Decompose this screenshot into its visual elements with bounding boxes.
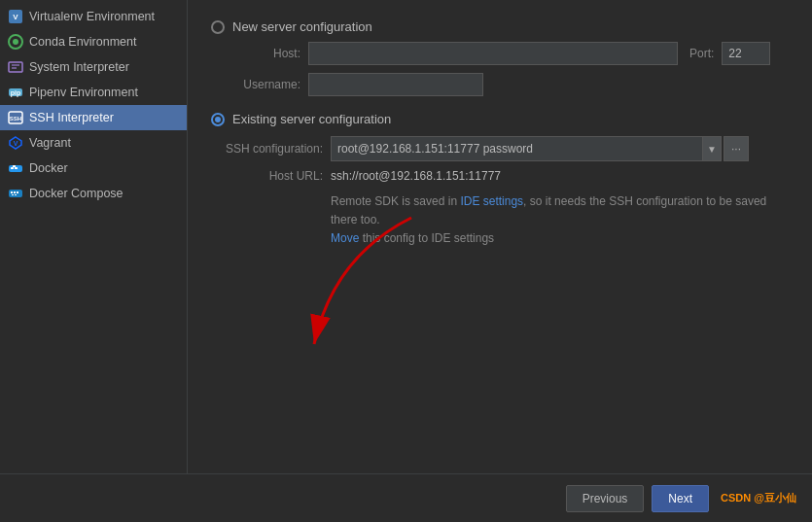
existing-server-option[interactable]: Existing server configuration	[211, 112, 789, 126]
content-area: New server configuration Host: Port: Use…	[188, 0, 812, 473]
sidebar-item-docker-compose[interactable]: Docker Compose	[0, 181, 187, 206]
info-text-3: this config to IDE settings	[359, 231, 494, 245]
svg-rect-22	[15, 194, 17, 195]
sidebar-item-label: Pipenv Environment	[29, 86, 138, 99]
ellipsis-icon: ···	[731, 142, 741, 156]
sidebar-item-label: Docker	[29, 161, 68, 175]
sidebar-item-system[interactable]: System Interpreter	[0, 54, 187, 80]
sidebar-item-virtualenv[interactable]: V Virtualenv Environment	[0, 4, 187, 29]
existing-server-radio[interactable]	[211, 113, 225, 126]
port-input[interactable]	[722, 42, 770, 65]
svg-rect-18	[11, 191, 13, 193]
new-server-form: Host: Port: Username:	[232, 42, 789, 96]
host-url-label: Host URL:	[211, 169, 323, 183]
svg-rect-4	[9, 62, 22, 72]
system-interpreter-icon	[8, 59, 23, 75]
ssh-config-dropdown[interactable]: root@192.168.1.151:11777 password	[331, 136, 702, 161]
sidebar-item-docker[interactable]: Docker	[0, 156, 187, 181]
svg-rect-16	[13, 165, 16, 167]
host-input[interactable]	[308, 42, 678, 65]
sidebar: V Virtualenv Environment Conda Environme…	[0, 0, 188, 473]
sidebar-item-pipenv[interactable]: pip Pipenv Environment	[0, 80, 187, 105]
ide-settings-link[interactable]: IDE settings	[460, 194, 523, 208]
move-link[interactable]: Move	[331, 231, 359, 245]
new-server-radio[interactable]	[211, 20, 225, 34]
watermark: CSDN @豆小仙	[721, 491, 796, 505]
sidebar-item-ssh[interactable]: SSH SSH Interpreter	[0, 105, 187, 130]
chevron-down-icon: ▼	[707, 144, 717, 155]
svg-text:V: V	[13, 13, 18, 21]
virtualenv-icon: V	[8, 9, 23, 24]
ssh-config-label: SSH configuration:	[211, 142, 323, 156]
svg-text:V: V	[14, 140, 18, 147]
svg-rect-20	[17, 191, 18, 193]
port-label: Port:	[689, 47, 714, 60]
username-row: Username:	[232, 73, 789, 96]
bottom-bar: Previous Next CSDN @豆小仙	[0, 473, 812, 522]
host-row: Host: Port:	[232, 42, 789, 65]
new-server-label: New server configuration	[232, 19, 372, 34]
host-label: Host:	[232, 47, 300, 60]
ssh-config-row: SSH configuration: root@192.168.1.151:11…	[211, 136, 789, 161]
username-input[interactable]	[308, 73, 483, 96]
host-url-row: Host URL: ssh://root@192.168.1.151:11777	[211, 169, 789, 183]
next-button[interactable]: Next	[652, 485, 709, 512]
docker-icon	[8, 160, 23, 176]
sidebar-item-conda[interactable]: Conda Environment	[0, 29, 187, 54]
info-text-1: Remote SDK is saved in	[331, 194, 460, 208]
svg-point-3	[13, 39, 18, 45]
conda-icon	[8, 34, 23, 50]
new-server-option[interactable]: New server configuration	[211, 19, 789, 34]
svg-rect-17	[9, 190, 22, 197]
host-url-value: ssh://root@192.168.1.151:11777	[331, 169, 501, 183]
sidebar-item-label: SSH Interpreter	[29, 111, 114, 124]
username-label: Username:	[232, 78, 300, 91]
docker-compose-icon	[8, 186, 23, 201]
previous-button[interactable]: Previous	[566, 485, 645, 512]
svg-text:SSH: SSH	[10, 116, 21, 122]
sidebar-item-label: Vagrant	[29, 136, 71, 150]
vagrant-icon: V	[8, 135, 23, 151]
ssh-icon: SSH	[8, 110, 23, 125]
sidebar-item-label: Conda Environment	[29, 35, 136, 49]
ellipsis-button[interactable]: ···	[724, 136, 749, 161]
svg-rect-15	[15, 167, 18, 169]
svg-rect-19	[14, 191, 16, 193]
sidebar-item-vagrant[interactable]: V Vagrant	[0, 130, 187, 156]
sidebar-item-label: System Interpreter	[29, 60, 129, 74]
svg-rect-21	[12, 194, 14, 195]
existing-server-section: Existing server configuration SSH config…	[211, 112, 789, 249]
sidebar-item-label: Docker Compose	[29, 187, 124, 200]
sidebar-item-label: Virtualenv Environment	[29, 10, 155, 23]
main-container: V Virtualenv Environment Conda Environme…	[0, 0, 812, 473]
svg-text:pip: pip	[11, 89, 21, 97]
existing-server-label: Existing server configuration	[232, 112, 391, 126]
pipenv-icon: pip	[8, 85, 23, 100]
svg-rect-14	[11, 167, 14, 169]
dropdown-arrow-button[interactable]: ▼	[702, 136, 722, 161]
info-text: Remote SDK is saved in IDE settings, so …	[331, 192, 789, 249]
ssh-config-value: root@192.168.1.151:11777 password	[337, 142, 696, 156]
